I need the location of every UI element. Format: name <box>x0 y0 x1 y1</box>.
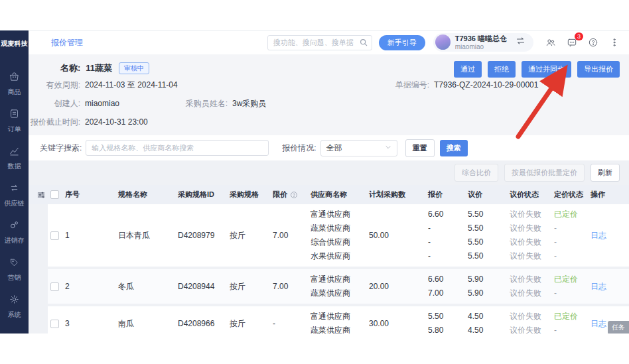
row-index: 2 <box>65 273 118 300</box>
quote-value: 5.50 <box>428 310 468 324</box>
sidebar-item-inventory[interactable]: 进销存 <box>0 213 29 251</box>
user-chip[interactable]: T7936 喵喵总仓 miaomiao <box>433 33 533 52</box>
price-status: - <box>554 286 591 300</box>
spec-name: 日本青瓜 <box>118 208 178 263</box>
keyword-label: 关键字搜索: <box>40 143 82 154</box>
price-status: - <box>554 235 591 249</box>
nego-value: 4.50 <box>468 310 510 324</box>
refresh-button[interactable]: 刷新 <box>591 164 620 182</box>
quote-grid: 6.605.50议价失败已定价-5.50议价失败--5.50议价失败--5.50… <box>428 208 591 263</box>
sidebar-item-label: 商品 <box>8 88 21 97</box>
table-header: 序号 规格名称 采购规格ID 采购规格 限价 供应商名称 计划采购数 报价 议价… <box>29 185 629 204</box>
sidebar-item-supply-chain[interactable]: 供应链 <box>0 176 29 213</box>
column-settings-icon[interactable] <box>36 190 50 200</box>
user-name: miaomiao <box>455 43 507 51</box>
limit-price: 7.00 <box>273 273 311 300</box>
price-status: - <box>554 249 591 263</box>
quote-value: 6.60 <box>428 208 468 221</box>
sidebar-item-orders[interactable]: 订单 <box>0 102 29 139</box>
checkbox[interactable] <box>50 190 59 199</box>
supply-chain-icon <box>9 182 20 196</box>
quote-value: 7.00 <box>428 286 468 300</box>
checkbox[interactable] <box>50 231 59 240</box>
quote-fields-row-3: 报价截止时间: 2024-10-31 23:00 <box>29 113 629 131</box>
price-status: - <box>554 324 591 334</box>
log-link[interactable]: 日志 <box>591 318 606 330</box>
page: 观麦科技 商品 订单 数据 供应链 <box>0 0 629 364</box>
checkbox[interactable] <box>50 320 59 328</box>
messages-icon[interactable]: 3 <box>567 37 577 48</box>
nego-value: 5.50 <box>468 208 510 221</box>
inventory-icon <box>9 219 20 233</box>
quote-value: - <box>428 221 468 235</box>
nego-value: 5.50 <box>468 221 510 235</box>
col-quote: 报价 <box>428 190 468 200</box>
spec-id: D4208944 <box>178 273 230 300</box>
supplier-name: 富通供应商 <box>311 310 369 324</box>
avatar <box>435 34 451 50</box>
supplier-list: 富通供应商蔬菜供应商 <box>311 310 369 334</box>
deadline-field: 报价截止时间: 2024-10-31 23:00 <box>29 117 148 127</box>
planned-qty: 30.00 <box>369 310 428 334</box>
row-index: 1 <box>65 208 118 263</box>
doc-no-value: T7936-QZ-2024-10-29-00001 <box>434 80 538 90</box>
col-limit-price: 限价 <box>273 190 311 200</box>
filter-bar: 关键字搜索: 报价情况: 全部 重置 搜索 <box>29 135 629 160</box>
sidebar-nav: 商品 订单 数据 供应链 进销存 <box>0 57 29 325</box>
col-nego: 议价 <box>468 190 510 200</box>
guide-button[interactable]: 新手引导 <box>379 35 425 50</box>
row-index: 3 <box>65 310 118 334</box>
price-status: 已定价 <box>554 310 591 324</box>
sidebar-item-label: 系统 <box>8 310 21 320</box>
creator-label: 创建人: <box>29 98 80 109</box>
switch-account-icon[interactable] <box>516 36 525 48</box>
app-window: 观麦科技 商品 订单 数据 供应链 <box>0 30 629 334</box>
sidebar-item-system[interactable]: 系统 <box>0 288 29 325</box>
quote-status-label: 报价情况: <box>282 143 316 154</box>
row-actions: 日志 <box>591 208 620 263</box>
topbar-icons: 3 <box>545 37 620 48</box>
creator-value: miaomiao <box>85 98 119 109</box>
supplier-name: 水果供应商 <box>311 249 369 263</box>
supplier-list: 富通供应商蔬菜供应商 <box>311 273 369 300</box>
limit-price-help-icon[interactable] <box>290 191 298 199</box>
compare-button[interactable]: 综合比价 <box>454 164 498 182</box>
nego-status: 议价失败 <box>510 235 554 249</box>
sidebar-item-marketing[interactable]: 营销 <box>0 251 29 288</box>
spec-unit: 按斤 <box>230 310 273 334</box>
sidebar-item-goods[interactable]: 商品 <box>0 65 29 102</box>
quote-status-select[interactable]: 全部 <box>320 140 397 156</box>
orders-icon <box>9 108 20 122</box>
log-link[interactable]: 日志 <box>591 281 606 292</box>
valid-period-label: 有效周期: <box>29 80 80 90</box>
table-row: 2 冬瓜 D4208944 按斤 7.00 富通供应商蔬菜供应商 20.00 6… <box>48 269 629 304</box>
more-options-icon[interactable] <box>609 37 620 48</box>
keyword-input[interactable] <box>86 140 269 156</box>
spec-id: D4208966 <box>178 310 230 334</box>
batch-lowest-price-button[interactable]: 按最低报价批量定价 <box>504 164 585 182</box>
log-link[interactable]: 日志 <box>591 230 606 241</box>
breadcrumb[interactable]: 报价管理 <box>51 37 83 48</box>
col-operation: 操作 <box>591 190 620 200</box>
select-all-checkbox[interactable] <box>50 190 65 199</box>
quote-header-panel: 名称: 11蔬菜 审核中 通过 拒绝 通过并同步 导出报价 有效周期: 2024… <box>29 54 629 135</box>
sidebar-item-data[interactable]: 数据 <box>0 139 29 176</box>
search-icon[interactable] <box>359 38 368 50</box>
nego-status: 议价失败 <box>510 208 554 221</box>
help-icon[interactable] <box>588 37 598 48</box>
col-spec-id: 采购规格ID <box>178 190 230 200</box>
reset-button[interactable]: 重置 <box>405 139 435 157</box>
row-checkbox-cell <box>50 310 65 334</box>
doc-no-label: 单据编号: <box>368 80 429 90</box>
quote-table: 序号 规格名称 采购规格ID 采购规格 限价 供应商名称 计划采购数 报价 议价… <box>29 185 629 334</box>
price-status: 已定价 <box>554 273 591 286</box>
supplier-name: 富通供应商 <box>311 273 369 286</box>
global-search-input[interactable] <box>267 35 372 50</box>
status-badge: 审核中 <box>119 62 149 74</box>
checkbox[interactable] <box>50 282 59 291</box>
contacts-icon[interactable] <box>545 37 556 48</box>
search-button[interactable]: 搜索 <box>440 140 468 156</box>
global-search <box>267 35 372 50</box>
task-tab[interactable]: 任务 <box>608 321 629 334</box>
quote-value: - <box>428 249 468 263</box>
